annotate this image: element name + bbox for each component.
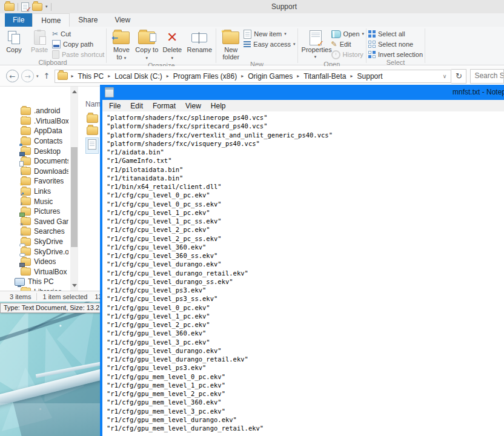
tab-file[interactable]: File	[5, 13, 32, 27]
notepad-menu-item[interactable]: Edit	[125, 102, 148, 110]
scroll-down-icon[interactable]	[72, 284, 77, 287]
address-bar[interactable]: ▸ This PC▸Local Disk (C:)▸Program Files …	[55, 70, 451, 83]
delete-button[interactable]: ✕ Delete ▾	[159, 28, 185, 62]
select-none-label: Select none	[378, 41, 413, 48]
paste-shortcut-icon	[52, 50, 59, 59]
sidebar-item[interactable]: AppData	[7, 126, 68, 136]
rename-button[interactable]: Rename	[185, 28, 214, 53]
paste-button[interactable]: Paste	[27, 28, 52, 53]
folder-icon	[21, 268, 31, 276]
sidebar-item[interactable]: Searches	[7, 226, 68, 237]
sidebar-item[interactable]: Music	[7, 196, 68, 206]
group-separator	[106, 28, 107, 63]
select-none-button[interactable]: Select none	[368, 40, 423, 48]
breadcrumb-item[interactable]: Titanfall-Beta▸	[303, 72, 357, 81]
copy-button[interactable]: Copy	[1, 28, 27, 53]
breadcrumb-item[interactable]: Origin Games▸	[248, 72, 303, 81]
sidebar-item[interactable]: Videos	[7, 257, 68, 267]
properties-button[interactable]: ✓ Properties ▾	[300, 28, 331, 61]
notepad-text-area[interactable]: "platform/shaders/fxc/splinerope_ps40.vc…	[102, 111, 504, 436]
breadcrumb-item[interactable]: Local Disk (C:)▸	[114, 72, 173, 81]
notepad-menu-item[interactable]: View	[181, 102, 206, 110]
sidebar-item[interactable]: Favorites	[7, 176, 68, 187]
new-folder-button[interactable]: ✶ New folder	[218, 28, 244, 61]
new-folder-label: New folder	[220, 46, 242, 61]
scrollbar-thumb[interactable]	[71, 147, 78, 247]
cut-button[interactable]: ✂ Cut	[52, 30, 104, 38]
new-item-icon	[244, 30, 251, 39]
history-dropdown-icon[interactable]: ▾	[36, 74, 39, 79]
sidebar-item[interactable]: .VirtualBox	[7, 116, 68, 127]
sidebar-item[interactable]: Desktop	[7, 146, 68, 156]
sidebar-item[interactable]: Downloads	[7, 167, 68, 177]
easy-access-button[interactable]: Easy access ▾	[244, 40, 295, 48]
folder-quick-icon[interactable]	[32, 3, 42, 11]
open-button[interactable]: Open ▾	[331, 30, 364, 38]
folder-item-icon[interactable]	[87, 127, 98, 135]
sidebar-item[interactable]: SkyDrive	[7, 237, 68, 247]
select-all-button[interactable]: Select all	[368, 30, 423, 38]
tab-share[interactable]: Share	[70, 13, 106, 27]
breadcrumb-separator: ▸	[71, 73, 73, 79]
edit-button[interactable]: ✎ Edit	[331, 40, 364, 48]
notepad-menu-item[interactable]: Help	[206, 102, 231, 110]
back-button[interactable]: ←	[6, 70, 19, 82]
open-icon	[331, 30, 341, 38]
properties-quick-icon[interactable]: ✓	[21, 2, 29, 12]
tab-view[interactable]: View	[106, 13, 139, 27]
copy-to-button[interactable]: Copy to ▾	[134, 28, 159, 62]
sidebar-item[interactable]: Saved Games	[7, 217, 68, 227]
sidebar-item[interactable]: VirtualBox VMs	[7, 267, 68, 277]
explorer-titlebar[interactable]: ✓ ▾ Support	[0, 0, 504, 13]
sidebar-item[interactable]: Contacts	[7, 136, 68, 147]
sidebar-item[interactable]: Pictures	[7, 206, 68, 217]
search-input[interactable]	[471, 70, 504, 82]
invert-selection-button[interactable]: Invert selection	[368, 50, 423, 59]
notepad-text-line: "platform/shaders/fxc/splinerope_ps40.vc…	[107, 113, 504, 122]
up-button[interactable]: ↑	[44, 71, 50, 81]
notepad-text-line: "r1/cfg/cpu_level_durango_retail.ekv"	[107, 269, 504, 277]
folder-icon	[21, 248, 31, 256]
divider	[18, 3, 18, 11]
copy-to-icon	[138, 31, 155, 44]
quick-access-toolbar: ✓ ▾	[0, 2, 51, 12]
move-to-button[interactable]: ← Move to ▾	[108, 28, 134, 62]
history-button[interactable]: History	[331, 50, 364, 59]
breadcrumb-separator: ▸	[241, 73, 244, 79]
sidebar-item[interactable]: Links	[7, 187, 68, 197]
new-item-button[interactable]: New item ▾	[244, 30, 295, 38]
notepad-text-line: "r1/bin/x64_retail/client.dll"	[107, 182, 504, 191]
properties-icon: ✓	[310, 30, 322, 45]
address-dropdown-icon[interactable]: ∨	[441, 73, 449, 79]
forward-button[interactable]: →	[21, 70, 34, 82]
notepad-titlebar[interactable]: mnfst.txt - Notepad	[102, 85, 504, 100]
sidebar-scrollbar[interactable]	[70, 87, 78, 291]
selected-file-icon[interactable]	[85, 137, 99, 154]
group-separator	[297, 28, 298, 63]
notepad-text-line: "r1/cfg/cpu_level_ps3_ss.ekv"	[107, 294, 504, 303]
app-folder-icon	[4, 3, 15, 11]
qat-dropdown-icon[interactable]: ▾	[45, 4, 48, 9]
breadcrumb-item[interactable]: This PC▸	[78, 72, 114, 81]
breadcrumb-item[interactable]: Program Files (x86)▸	[173, 72, 248, 81]
sidebar-item[interactable]: .android	[7, 106, 68, 116]
notepad-menu-item[interactable]: Format	[148, 102, 181, 110]
tab-home[interactable]: Home	[32, 13, 70, 27]
history-label: History	[343, 51, 363, 58]
paste-shortcut-button[interactable]: Paste shortcut	[52, 50, 104, 59]
refresh-icon: ↻	[456, 71, 462, 81]
sidebar-item[interactable]: This PC	[7, 277, 68, 287]
folder-item-icon[interactable]	[87, 114, 98, 123]
notepad-text-line: "platform/shaders/fxc/visquery_ps40.vcs"	[107, 139, 504, 148]
sidebar-item[interactable]: SkyDrive.old	[7, 246, 68, 257]
notepad-text-line: "r1/cfg/gpu_mem_level_1_pc.ekv"	[107, 381, 504, 389]
notepad-menu-item[interactable]: File	[104, 102, 125, 110]
refresh-button[interactable]: ↻	[451, 69, 466, 84]
breadcrumb-item[interactable]: Support▸	[357, 72, 383, 81]
selection-status: 1 item selected	[42, 293, 87, 300]
sidebar-item[interactable]: Documents	[7, 156, 68, 167]
move-to-icon: ←	[113, 31, 130, 44]
notepad-text-line: "r1/cfg/cpu_level_2_pc.ekv"	[107, 225, 504, 234]
copy-path-button[interactable]: Copy path	[52, 40, 104, 48]
scroll-up-icon[interactable]	[72, 90, 77, 93]
